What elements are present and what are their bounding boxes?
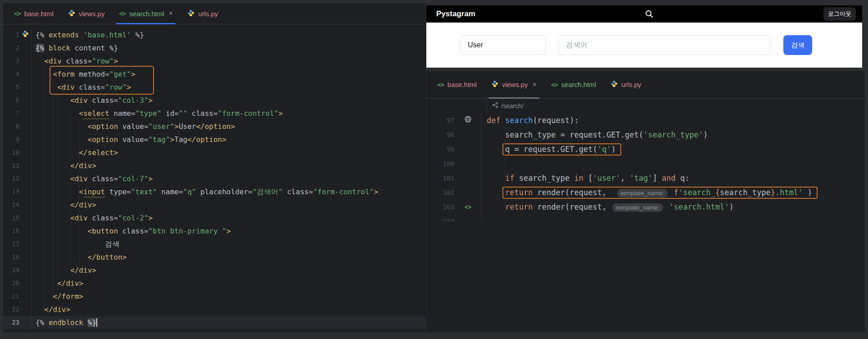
logout-button[interactable]: 로그아웃	[823, 7, 856, 21]
code-text: def search(request):	[481, 113, 865, 128]
code-line-1[interactable]: 1{% extends 'base.html' %}	[3, 28, 426, 41]
code-text: </form>	[31, 290, 426, 303]
code-line-9[interactable]: 9 <option value="tag">Tag</option>	[3, 133, 426, 146]
magnifier-icon[interactable]	[645, 9, 654, 18]
code-line-100[interactable]: 100	[426, 156, 865, 171]
code-text: 검색	[31, 238, 426, 251]
code-token: >	[127, 83, 131, 92]
code-line-103[interactable]: 103<> return render(request, template_na…	[426, 200, 865, 214]
code-line-3[interactable]: 3 <div class="row">	[3, 55, 426, 68]
code-token: .html'	[775, 188, 803, 197]
code-line-14[interactable]: 14 </div>	[3, 198, 426, 211]
code-line-20[interactable]: 20 </div>	[3, 277, 426, 290]
gutter-icon-cell	[19, 277, 31, 290]
code-token: <option	[88, 122, 118, 131]
indent-guide	[57, 94, 58, 290]
gutter-icon-cell	[454, 142, 481, 156]
code-line-101[interactable]: 101 if search_type in ['user', 'tag'] an…	[426, 171, 865, 185]
search-type-select[interactable]: User	[460, 35, 546, 55]
code-token	[36, 305, 44, 314]
code-line-21[interactable]: 21 </form>	[3, 290, 426, 303]
code-line-11[interactable]: 11 </div>	[3, 159, 426, 172]
code-line-16[interactable]: 16 <button class="btn btn-primary ">	[3, 224, 426, 238]
code-line-13[interactable]: 13 <input type="text" name="q" placehold…	[3, 185, 426, 198]
gutter-icon-cell	[454, 185, 481, 200]
code-token: %}	[131, 31, 144, 39]
line-number: 13	[3, 185, 19, 198]
html-file-icon: <>	[14, 10, 21, 17]
tab-urls-py[interactable]: urls.py	[180, 3, 225, 24]
gutter-icon-cell	[19, 41, 31, 55]
code-line-23[interactable]: 23{% endblock %}	[3, 316, 426, 329]
tab-views-py[interactable]: views.py	[61, 3, 112, 24]
tab-base-html[interactable]: <>base.html	[7, 3, 61, 24]
line-number: 6	[3, 94, 19, 107]
code-line-104[interactable]: 104	[426, 214, 865, 221]
code-token: <div	[70, 96, 88, 105]
html-file-icon: <>	[551, 81, 558, 88]
right-editor-code-area[interactable]: /search/97def search(request):98 search_…	[426, 99, 865, 221]
code-token: "user"	[148, 122, 174, 131]
tab-search-html[interactable]: <>search.html×	[112, 3, 180, 24]
search-query-input[interactable]	[558, 35, 771, 55]
code-token	[79, 31, 83, 39]
code-line-7[interactable]: 7 <select name="type" id="" class="form-…	[3, 107, 426, 120]
code-line-17[interactable]: 17 검색	[3, 238, 426, 251]
code-line-97[interactable]: 97def search(request):	[426, 113, 865, 128]
tab-urls-py[interactable]: urls.py	[603, 71, 648, 98]
tab-label: base.html	[448, 81, 477, 88]
gutter-icon-cell	[19, 133, 31, 146]
left-editor-code-area[interactable]: 1{% extends 'base.html' %}2{% block cont…	[3, 24, 426, 329]
tab-views-py[interactable]: views.py×	[484, 71, 544, 98]
tab-close-icon[interactable]: ×	[169, 9, 173, 18]
python-icon	[22, 28, 29, 41]
code-token: class=	[75, 83, 105, 92]
code-text: </select>	[31, 146, 426, 159]
code-token: )	[729, 202, 734, 211]
navbar-search[interactable]	[475, 9, 823, 18]
code-line-15[interactable]: 15 <div class="col-2">	[3, 211, 426, 224]
code-line-5[interactable]: 5 <div class="row">	[3, 81, 426, 94]
line-number: 21	[3, 290, 19, 303]
tab-search-html[interactable]: <>search.html	[544, 71, 603, 98]
code-line-22[interactable]: 22 </div>	[3, 303, 426, 316]
code-line-19[interactable]: 19 </div>	[3, 264, 426, 277]
code-text	[481, 156, 865, 171]
code-line-10[interactable]: 10 </select>	[3, 146, 426, 159]
code-token: q:	[676, 174, 690, 183]
gutter-icon-cell	[19, 251, 31, 264]
code-line-6[interactable]: 6 <div class="col-3">	[3, 94, 426, 107]
tab-close-icon[interactable]: ×	[532, 81, 536, 89]
code-text: <form method="get">	[31, 68, 426, 81]
code-token: {%	[36, 44, 44, 52]
line-number: 14	[3, 198, 19, 211]
line-number: 17	[3, 238, 19, 251]
code-token: "btn btn-primary "	[148, 227, 226, 235]
code-line-99[interactable]: 99 q = request.GET.get('q')	[426, 142, 865, 156]
gutter-icon-cell	[19, 107, 31, 120]
search-submit-button[interactable]: 검색	[783, 35, 812, 55]
code-line-2[interactable]: 2{% block content %}	[3, 41, 426, 55]
line-number: 12	[3, 172, 19, 185]
code-token: {%	[36, 318, 49, 327]
code-token: </div>	[44, 305, 70, 314]
code-token: %}	[88, 318, 96, 327]
code-token: class=	[88, 214, 118, 222]
tab-base-html[interactable]: <>base.html	[430, 71, 484, 98]
code-line-4[interactable]: 4 <form method="get">	[3, 68, 426, 81]
code-line-12[interactable]: 12 <div class="col-7">	[3, 172, 426, 185]
code-line-18[interactable]: 18 </button>	[3, 251, 426, 264]
code-line-98[interactable]: 98 search_type = request.GET.get('search…	[426, 128, 865, 142]
code-text: {% block content %}	[31, 41, 426, 55]
gutter-icon-cell	[19, 120, 31, 133]
code-token: </form>	[53, 292, 83, 301]
code-token: 'search.html'	[669, 202, 729, 211]
code-token: type=	[105, 188, 131, 196]
code-token	[36, 83, 57, 92]
code-text: </div>	[31, 303, 426, 316]
gutter-icon-cell	[19, 94, 31, 107]
line-number: 8	[3, 120, 19, 133]
code-line-102[interactable]: 102 return render(request, template_name…	[426, 185, 865, 200]
line-number: 4	[3, 68, 19, 81]
code-line-8[interactable]: 8 <option value="user">User</option>	[3, 120, 426, 133]
